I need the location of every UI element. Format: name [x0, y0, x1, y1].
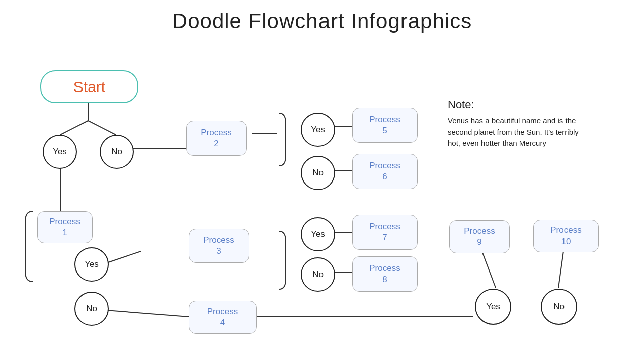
start-node: Start	[40, 70, 138, 103]
note-title: Note:	[448, 98, 584, 111]
svg-line-2	[88, 121, 116, 135]
no1-node: No	[100, 135, 134, 169]
process4-box: Process 4	[189, 301, 257, 334]
process9-box: Process 9	[449, 220, 510, 253]
no5-node: No	[541, 289, 577, 325]
no3-node: No	[301, 156, 335, 190]
yes1-node: Yes	[43, 135, 77, 169]
svg-line-14	[558, 251, 564, 288]
yes3-node: Yes	[301, 113, 335, 147]
process6-box: Process 6	[352, 154, 418, 189]
yes4-node: Yes	[301, 217, 335, 251]
process5-box: Process 5	[352, 108, 418, 143]
process3-box: Process 3	[189, 229, 249, 263]
svg-line-13	[482, 251, 496, 288]
process1-box: Process 1	[37, 211, 93, 243]
note-section: Note: Venus has a beautiful name and is …	[448, 98, 584, 149]
note-text: Venus has a beautiful name and is the se…	[448, 115, 584, 149]
yes5-node: Yes	[475, 289, 511, 325]
process2-box: Process 2	[186, 121, 247, 156]
page-title: Doodle Flowchart Infographics	[0, 0, 644, 33]
no2-node: No	[74, 292, 109, 326]
no4-node: No	[301, 257, 335, 292]
svg-line-1	[60, 121, 88, 135]
yes2-node: Yes	[74, 247, 109, 282]
process10-box: Process 10	[533, 220, 599, 252]
process8-box: Process 8	[352, 256, 418, 292]
process7-box: Process 7	[352, 215, 418, 250]
